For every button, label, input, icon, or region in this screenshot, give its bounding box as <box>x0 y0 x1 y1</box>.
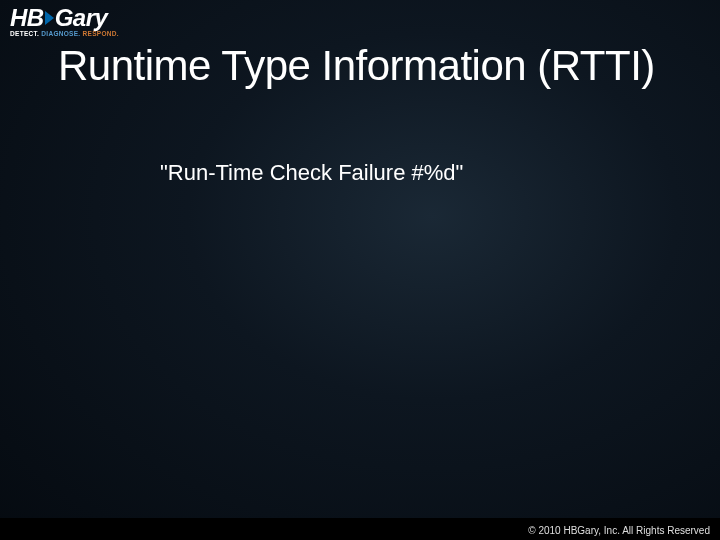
company-logo: HB Gary DETECT. DIAGNOSE. RESPOND. <box>10 4 119 37</box>
tagline-respond: RESPOND. <box>83 30 119 37</box>
slide-body-text: "Run-Time Check Failure #%d" <box>160 160 463 186</box>
logo-tagline: DETECT. DIAGNOSE. RESPOND. <box>10 30 119 37</box>
tagline-detect: DETECT. <box>10 30 39 37</box>
logo-arrow-icon <box>45 11 54 25</box>
tagline-diagnose: DIAGNOSE. <box>41 30 80 37</box>
copyright-text: © 2010 HBGary, Inc. All Rights Reserved <box>528 525 710 536</box>
logo-part-gary: Gary <box>55 4 108 32</box>
slide-title: Runtime Type Information (RTTI) <box>58 42 655 90</box>
logo-text: HB Gary <box>10 4 119 32</box>
logo-part-hb: HB <box>10 4 44 32</box>
